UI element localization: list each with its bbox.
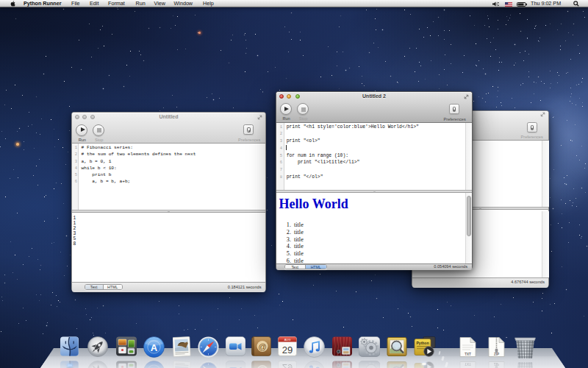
svg-text:AUG: AUG bbox=[284, 338, 290, 342]
svg-text:ZIP: ZIP bbox=[494, 362, 499, 366]
svg-text:TXT: TXT bbox=[465, 362, 471, 366]
svg-text:A: A bbox=[150, 366, 157, 368]
svg-text:29: 29 bbox=[282, 362, 292, 368]
svg-text:Python: Python bbox=[416, 341, 429, 345]
svg-text:TXT: TXT bbox=[465, 353, 471, 356]
svg-text:29: 29 bbox=[282, 344, 292, 355]
svg-text:A: A bbox=[150, 342, 157, 353]
svg-text:@: @ bbox=[258, 342, 267, 351]
svg-text:ZIP: ZIP bbox=[494, 353, 499, 356]
